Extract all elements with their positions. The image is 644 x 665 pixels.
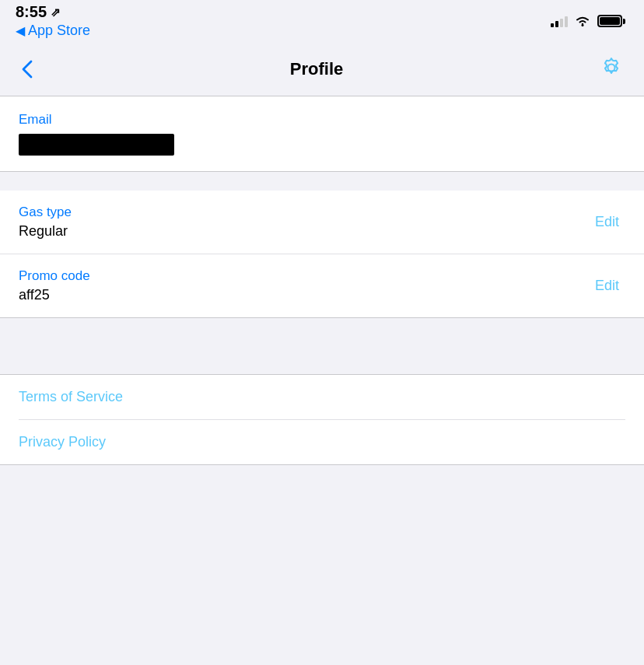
gas-type-label: Gas type xyxy=(19,205,72,220)
time-label: 8:55 xyxy=(16,3,47,21)
links-section: Terms of Service Privacy Policy xyxy=(0,374,644,465)
section-divider-1 xyxy=(0,172,644,191)
page-title: Profile xyxy=(290,59,343,79)
signal-bars-icon xyxy=(551,15,568,27)
email-value-redacted xyxy=(19,134,174,156)
promo-code-edit-button[interactable]: Edit xyxy=(589,275,625,297)
gas-type-row: Gas type Regular Edit xyxy=(0,191,644,254)
back-triangle-icon: ◀ xyxy=(16,23,25,38)
back-button[interactable] xyxy=(16,54,39,85)
app-store-back-link[interactable]: ◀ App Store xyxy=(16,23,90,39)
gas-type-value: Regular xyxy=(19,223,72,240)
wifi-icon xyxy=(574,15,591,27)
settings-button[interactable] xyxy=(594,51,628,87)
terms-row: Terms of Service xyxy=(19,375,625,420)
signal-bar-4 xyxy=(565,16,568,27)
promo-code-label: Promo code xyxy=(19,268,90,284)
signal-bar-1 xyxy=(551,23,554,27)
email-section: Email xyxy=(0,96,644,172)
content-area: Email Gas type Regular Edit Promo code a… xyxy=(0,96,644,465)
spacer xyxy=(0,318,644,355)
privacy-row: Privacy Policy xyxy=(19,420,625,464)
nav-bar: Profile xyxy=(0,42,644,96)
gas-type-field: Gas type Regular xyxy=(19,205,72,240)
status-bar: 8:55 ⇗ ◀ App Store xyxy=(0,0,644,42)
promo-code-value: aff25 xyxy=(19,287,90,303)
status-time: 8:55 ⇗ xyxy=(16,3,90,21)
promo-code-field: Promo code aff25 xyxy=(19,268,90,303)
app-store-label: App Store xyxy=(28,23,90,39)
status-bar-left: 8:55 ⇗ ◀ App Store xyxy=(16,3,90,39)
location-arrow-icon: ⇗ xyxy=(51,5,61,19)
svg-point-0 xyxy=(582,24,584,26)
privacy-policy-link[interactable]: Privacy Policy xyxy=(19,434,106,450)
battery-icon xyxy=(597,15,625,27)
terms-of-service-link[interactable]: Terms of Service xyxy=(19,389,123,405)
status-bar-right xyxy=(551,15,625,27)
email-label: Email xyxy=(19,112,625,128)
gas-type-edit-button[interactable]: Edit xyxy=(589,211,625,233)
promo-code-row: Promo code aff25 Edit xyxy=(0,254,644,318)
signal-bar-2 xyxy=(555,21,558,27)
signal-bar-3 xyxy=(560,19,563,27)
gear-icon xyxy=(600,57,622,79)
